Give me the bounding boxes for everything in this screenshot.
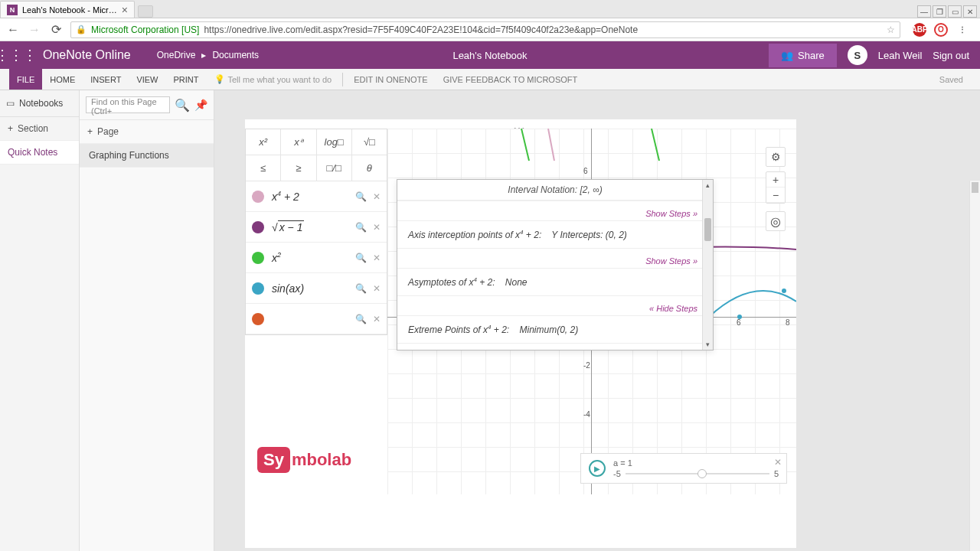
asymptotes-row: Asymptotes of x4 + 2: None [397, 268, 713, 295]
show-steps-link[interactable]: Show Steps » [645, 256, 697, 266]
color-dot-green[interactable] [252, 252, 264, 264]
color-dot-orange[interactable] [252, 313, 264, 325]
magnify-icon[interactable]: 🔍 [355, 253, 367, 263]
results-scrollbar[interactable]: ▴ ▾ [702, 180, 713, 350]
tab-insert[interactable]: INSERT [83, 69, 129, 90]
locate-icon[interactable]: ◎ [766, 211, 786, 231]
share-icon: 👥 [781, 50, 793, 61]
magnify-icon[interactable]: 🔍 [355, 283, 367, 294]
tell-me-input[interactable]: 💡 Tell me what you want to do [207, 74, 340, 84]
notebooks-header[interactable]: ▭ Notebooks [0, 90, 79, 117]
delete-icon[interactable]: ✕ [373, 283, 381, 294]
close-window-icon[interactable]: ✕ [963, 5, 977, 18]
scroll-up-icon[interactable]: ▴ [703, 180, 713, 191]
delete-icon[interactable]: ✕ [373, 191, 381, 202]
restore-icon[interactable]: ❐ [933, 5, 946, 18]
play-icon[interactable]: ▶ [589, 460, 606, 477]
window-controls: — ❐ ▭ ✕ [917, 5, 980, 18]
close-icon[interactable]: ✕ [774, 457, 782, 468]
close-tab-icon[interactable]: × [122, 4, 128, 16]
pin-icon[interactable]: 📌 [194, 99, 207, 111]
zoom-in-icon[interactable]: + [766, 172, 785, 187]
maximize-icon[interactable]: ▭ [948, 5, 962, 18]
search-icon[interactable]: 🔍 [175, 98, 190, 112]
tool-xsquared[interactable]: x² [246, 129, 281, 155]
section-quick-notes[interactable]: Quick Notes [0, 141, 79, 165]
delete-icon[interactable]: ✕ [373, 314, 381, 324]
lightbulb-icon: 💡 [214, 74, 225, 84]
slider-min: -5 [613, 469, 621, 478]
tool-sqrt[interactable]: √□ [352, 129, 387, 155]
function-row-5[interactable]: 🔍✕ [246, 304, 387, 334]
magnify-icon[interactable]: 🔍 [355, 191, 367, 202]
chevron-right-icon: ▸ [201, 50, 206, 60]
tab-print[interactable]: PRINT [166, 69, 207, 90]
function-row-3[interactable]: x2 🔍✕ [246, 243, 387, 273]
magnify-icon[interactable]: 🔍 [355, 314, 367, 324]
user-name[interactable]: Leah Weil [878, 50, 923, 61]
lock-icon: 🔒 [76, 24, 87, 34]
zoom-out-icon[interactable]: − [766, 187, 785, 203]
func-expr-3[interactable]: x2 [270, 251, 355, 264]
color-dot-cyan[interactable] [252, 282, 264, 295]
function-row-2[interactable]: √x − 1 🔍✕ [246, 212, 387, 243]
variable-slider: ▶ a = 1 -5 5 ✕ [580, 453, 787, 484]
show-steps-link[interactable]: Show Steps » [645, 209, 697, 218]
sign-out-link[interactable]: Sign out [933, 50, 969, 61]
tool-ge[interactable]: ≥ [281, 155, 316, 181]
color-dot-purple[interactable] [252, 221, 264, 233]
func-expr-1[interactable]: x4 + 2 [270, 190, 355, 203]
hide-steps-link[interactable]: « Hide Steps [649, 304, 697, 313]
color-dot-pink[interactable] [252, 191, 264, 203]
function-row-1[interactable]: x4 + 2 🔍✕ [246, 181, 387, 212]
find-on-page-input[interactable]: Find on this Page (Ctrl+ [86, 96, 170, 113]
browser-tab[interactable]: N Leah's Notebook - Micr… × [0, 1, 135, 18]
minimize-icon[interactable]: — [917, 5, 931, 18]
tab-view[interactable]: VIEW [129, 69, 165, 90]
app-header: ⋮⋮⋮ OneNote Online OneDrive ▸ Documents … [0, 41, 980, 69]
browser-nav-bar: ← → ⟳ 🔒 Microsoft Corporation [US] https… [0, 18, 980, 41]
delete-icon[interactable]: ✕ [373, 222, 381, 233]
slider-knob[interactable] [697, 469, 707, 478]
app-name: OneNote Online [32, 48, 142, 62]
plus-icon: + [8, 123, 13, 134]
app-launcher-icon[interactable]: ⋮⋮⋮ [0, 47, 32, 64]
page-scrollbar[interactable] [969, 181, 980, 551]
add-section-button[interactable]: + Section [0, 117, 79, 141]
breadcrumb-documents[interactable]: Documents [212, 50, 259, 60]
breadcrumb-onedrive[interactable]: OneDrive [157, 50, 196, 60]
function-row-4[interactable]: sin(ax) 🔍✕ [246, 273, 387, 304]
star-icon[interactable]: ☆ [887, 24, 895, 35]
tool-le[interactable]: ≤ [246, 155, 281, 181]
page-graphing-functions[interactable]: Graphing Functions [80, 144, 214, 168]
back-icon[interactable]: ← [6, 23, 20, 37]
tool-theta[interactable]: θ [352, 155, 387, 181]
add-page-button[interactable]: + Page [80, 120, 214, 144]
address-bar[interactable]: 🔒 Microsoft Corporation [US] https://one… [70, 21, 900, 38]
tool-log[interactable]: log□ [317, 129, 352, 155]
reload-icon[interactable]: ⟳ [49, 23, 63, 37]
tab-home[interactable]: HOME [42, 69, 83, 90]
new-tab-button[interactable] [138, 5, 153, 18]
func-expr-4[interactable]: sin(ax) [270, 282, 355, 295]
abp-icon[interactable]: ABP [913, 23, 926, 37]
scroll-down-icon[interactable]: ▾ [703, 339, 713, 350]
delete-icon[interactable]: ✕ [373, 253, 381, 263]
menu-icon[interactable]: ⋮ [956, 23, 969, 37]
tab-file[interactable]: FILE [9, 69, 42, 90]
feedback-link[interactable]: GIVE FEEDBACK TO MICROSOFT [436, 75, 586, 84]
opera-ext-icon[interactable]: O [934, 23, 948, 37]
func-expr-2[interactable]: √x − 1 [270, 221, 355, 233]
edit-in-onenote-link[interactable]: EDIT IN ONENOTE [346, 75, 435, 84]
scroll-thumb[interactable] [704, 218, 711, 241]
tool-xpower[interactable]: xᵃ [281, 129, 316, 155]
share-button[interactable]: 👥 Share [769, 44, 837, 67]
page-scroll-thumb[interactable] [972, 182, 978, 193]
axis-intercept-row: Axis interception points of x4 + 2: Y In… [397, 220, 713, 248]
magnify-icon[interactable]: 🔍 [355, 222, 367, 233]
forward-icon[interactable]: → [28, 23, 41, 37]
skype-icon[interactable]: S [848, 45, 867, 65]
gear-icon[interactable]: ⚙ [766, 147, 786, 167]
tool-frac[interactable]: □/□ [317, 155, 352, 181]
slider-track[interactable] [626, 473, 769, 474]
